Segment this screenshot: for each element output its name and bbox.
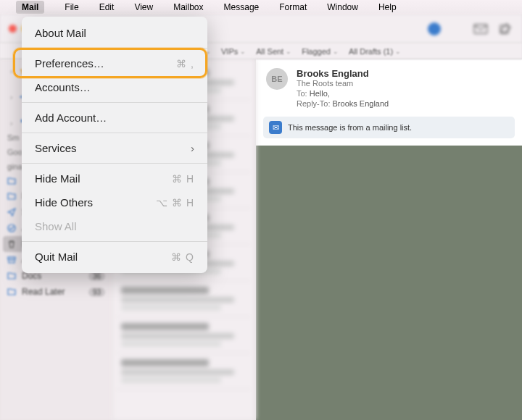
menu-item-services[interactable]: Services› — [22, 136, 207, 160]
menu-separator — [22, 241, 207, 242]
menu-label: Services — [35, 142, 77, 154]
menu-view[interactable]: View — [134, 2, 153, 12]
menu-label: Show All — [35, 220, 77, 232]
menu-item-add-account[interactable]: Add Account… — [22, 106, 207, 130]
menu-help[interactable]: Help — [378, 2, 397, 12]
chevron-down-icon: ⌄ — [240, 48, 246, 55]
svg-rect-3 — [8, 257, 15, 259]
menu-label: Add Account… — [35, 112, 107, 124]
menu-mail[interactable]: Mail — [16, 1, 44, 14]
filter-item[interactable]: VIPs⌄ — [221, 47, 246, 56]
archive-icon — [7, 256, 17, 264]
menu-item-show-all: Show All — [22, 214, 207, 238]
filter-item[interactable]: Flagged⌄ — [302, 47, 339, 56]
message-row[interactable] — [117, 353, 251, 390]
avatar: BE — [266, 68, 288, 90]
message-row[interactable] — [117, 317, 251, 353]
menu-item-accounts[interactable]: Accounts… — [22, 75, 207, 99]
chevron-down-icon: ⌄ — [395, 48, 401, 55]
mailing-list-banner: ✉ This message is from a mailing list. — [263, 117, 515, 138]
send-icon — [7, 208, 17, 217]
chevron-right-icon: › — [7, 67, 15, 75]
menu-shortcut: ⌘ Q — [171, 251, 194, 263]
sender-team: The Roots team — [297, 79, 389, 88]
compose-icon[interactable] — [497, 23, 513, 35]
menu-item-about-mail[interactable]: About Mail — [22, 21, 207, 45]
message-content: BE Brooks England The Roots team To: Hel… — [256, 59, 522, 420]
message-body — [256, 146, 522, 420]
filter-item[interactable]: All Drafts (1)⌄ — [349, 47, 401, 56]
reply-value: Brooks England — [333, 99, 389, 108]
sidebar-item-read-later[interactable]: Read Later93 — [0, 284, 112, 300]
menu-item-quit-mail[interactable]: Quit Mail⌘ Q — [22, 245, 207, 269]
menu-file[interactable]: File — [65, 2, 78, 12]
sidebar-label: Read Later — [22, 287, 65, 297]
banner-text: This message is from a mailing list. — [288, 123, 412, 132]
sender-name: Brooks England — [297, 68, 389, 79]
menu-item-preferences[interactable]: Preferences…⌘ , — [22, 51, 207, 75]
menu-separator — [22, 133, 207, 133]
menu-label: Hide Mail — [35, 172, 80, 185]
folder-icon — [7, 177, 17, 185]
chevron-right-icon: › — [191, 142, 194, 154]
menu-label: Preferences… — [35, 57, 104, 70]
sidebar-count: 93 — [88, 287, 105, 297]
menu-label: Quit Mail — [35, 251, 78, 263]
mail-menu-dropdown: About MailPreferences…⌘ ,Accounts…Add Ac… — [22, 17, 207, 273]
folder-icon — [7, 287, 17, 296]
chevron-down-icon: ⌄ — [286, 48, 291, 55]
menu-shortcut: ⌥ ⌘ H — [156, 197, 194, 209]
message-row[interactable] — [117, 281, 251, 317]
chevron-right-icon: › — [7, 93, 15, 101]
menu-label: Accounts… — [35, 81, 91, 93]
close-icon[interactable] — [9, 25, 17, 33]
to-label: To: — [297, 89, 307, 98]
menu-label: About Mail — [35, 27, 86, 39]
menu-shortcut: ⌘ H — [172, 173, 194, 185]
menu-item-hide-others[interactable]: Hide Others⌥ ⌘ H — [22, 190, 207, 214]
menu-item-hide-mail[interactable]: Hide Mail⌘ H — [22, 167, 207, 190]
envelope-icon[interactable] — [473, 23, 489, 35]
menu-separator — [22, 163, 207, 164]
menubar: MailFileEditViewMailboxMessageFormatWind… — [0, 0, 522, 14]
filter-item[interactable]: All Sent⌄ — [256, 47, 291, 56]
trash-icon — [7, 240, 17, 248]
menu-shortcut: ⌘ , — [176, 58, 194, 70]
menu-separator — [22, 48, 207, 49]
folder-icon — [7, 272, 17, 280]
message-header: BE Brooks England The Roots team To: Hel… — [256, 59, 522, 117]
to-value: Hello, — [310, 89, 330, 98]
chevron-down-icon: ⌄ — [333, 48, 339, 55]
filter-badge-icon[interactable] — [428, 22, 441, 35]
svg-rect-0 — [474, 25, 487, 33]
menu-mailbox[interactable]: Mailbox — [173, 2, 203, 12]
menu-separator — [22, 102, 207, 103]
junk-icon — [7, 224, 17, 232]
svg-point-2 — [8, 224, 15, 232]
menu-label: Hide Others — [35, 196, 93, 209]
menu-format[interactable]: Format — [279, 2, 307, 12]
chevron-right-icon: › — [7, 119, 15, 127]
mailing-list-icon: ✉ — [269, 121, 282, 134]
reply-label: Reply-To: — [297, 99, 330, 108]
menu-edit[interactable]: Edit — [99, 2, 115, 12]
menu-window[interactable]: Window — [327, 2, 358, 12]
folder-icon — [7, 192, 17, 201]
menu-message[interactable]: Message — [224, 2, 260, 12]
